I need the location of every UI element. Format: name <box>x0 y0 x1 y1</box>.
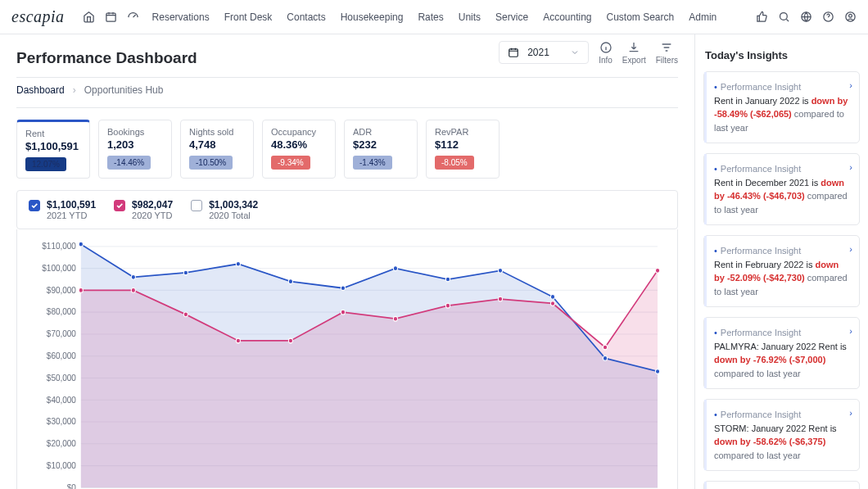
svg-point-37 <box>341 286 345 291</box>
nav-link-accounting[interactable]: Accounting <box>543 11 591 23</box>
insight-card[interactable]: › •Performance Insight Rent in December … <box>703 153 860 225</box>
calendar-icon[interactable] <box>105 11 117 23</box>
checkbox-icon[interactable] <box>191 200 202 211</box>
main-content: Performance Dashboard Dashboard › Opport… <box>0 34 694 489</box>
insight-tag: Performance Insight <box>721 246 801 256</box>
chevron-right-icon: › <box>73 84 76 96</box>
checkbox-icon[interactable] <box>29 200 40 211</box>
nav-link-units[interactable]: Units <box>459 11 481 23</box>
insight-card[interactable]: › •Performance Insight Rent in January 2… <box>703 71 860 143</box>
help-icon[interactable] <box>822 11 834 23</box>
kpi-nights-sold[interactable]: Nights sold 4,748 -10.50% <box>180 120 254 179</box>
bullet-icon: • <box>714 328 717 337</box>
year-value: 2021 <box>527 47 549 58</box>
svg-point-41 <box>550 295 554 300</box>
nav-link-reservations[interactable]: Reservations <box>152 11 210 23</box>
svg-point-35 <box>236 261 240 266</box>
home-icon[interactable] <box>83 11 95 23</box>
filter-icon <box>660 41 673 54</box>
thumbs-up-icon[interactable] <box>756 11 768 23</box>
svg-text:$10,000: $10,000 <box>47 460 76 470</box>
nav-link-rates[interactable]: Rates <box>418 11 443 23</box>
kpi-value: $112 <box>435 138 491 151</box>
filters-tool[interactable]: Filters <box>656 41 678 65</box>
nav-link-contacts[interactable]: Contacts <box>287 11 325 23</box>
kpi-adr[interactable]: ADR $232 -1.43% <box>344 120 418 179</box>
kpi-delta-badge: -1.43% <box>353 156 392 170</box>
kpi-label: ADR <box>353 127 409 137</box>
kpi-value: 1,203 <box>107 138 163 151</box>
insight-card[interactable]: › •Performance Insight PALMYRA: January … <box>703 317 860 389</box>
kpi-value: $232 <box>353 138 409 151</box>
legend-item[interactable]: $1,003,3422020 Total <box>191 199 258 220</box>
kpi-label: Rent <box>25 129 81 138</box>
legend-value: $1,100,591 <box>47 199 96 211</box>
kpi-label: Bookings <box>107 127 163 137</box>
nav-link-front-desk[interactable]: Front Desk <box>224 11 273 23</box>
crumb-dashboard[interactable]: Dashboard <box>16 84 65 96</box>
insights-panel: Today's Insights › •Performance Insight … <box>694 34 868 489</box>
download-icon <box>627 41 640 54</box>
chevron-right-icon: › <box>849 406 852 420</box>
kpi-value: 48.36% <box>271 138 327 151</box>
rent-chart: $0$10,000$20,000$30,000$40,000$50,000$60… <box>29 239 666 489</box>
gauge-icon[interactable] <box>127 11 139 23</box>
svg-point-38 <box>393 266 397 271</box>
svg-point-49 <box>341 310 345 315</box>
svg-text:$40,000: $40,000 <box>47 394 76 405</box>
kpi-delta-badge: -10.50% <box>189 156 233 170</box>
user-icon[interactable] <box>844 11 857 23</box>
svg-point-51 <box>445 303 450 308</box>
svg-point-36 <box>288 279 292 284</box>
legend-value: $982,047 <box>132 199 173 211</box>
calendar-icon <box>508 47 519 58</box>
kpi-row: Rent $1,100,591 12.07%Bookings 1,203 -14… <box>16 120 678 179</box>
info-icon <box>599 41 613 54</box>
legend-item[interactable]: $1,100,5912021 YTD <box>29 199 96 220</box>
kpi-label: Occupancy <box>271 127 327 137</box>
svg-point-5 <box>849 14 852 17</box>
legend-item[interactable]: $982,0472020 YTD <box>114 199 173 220</box>
svg-point-32 <box>79 242 83 247</box>
kpi-bookings[interactable]: Bookings 1,203 -14.46% <box>98 120 172 179</box>
svg-point-55 <box>655 268 659 273</box>
svg-point-39 <box>445 277 450 282</box>
insights-title: Today's Insights <box>705 49 860 61</box>
insight-card[interactable]: › •Performance Insight MIRKWOOD: January… <box>703 481 860 489</box>
crumb-opportunities[interactable]: Opportunities Hub <box>84 84 164 96</box>
svg-text:$30,000: $30,000 <box>47 416 76 427</box>
svg-text:$20,000: $20,000 <box>47 438 76 449</box>
kpi-occupancy[interactable]: Occupancy 48.36% -9.34% <box>262 120 336 179</box>
chevron-right-icon: › <box>849 242 852 256</box>
svg-text:$90,000: $90,000 <box>47 284 76 295</box>
info-tool[interactable]: Info <box>599 41 613 65</box>
insight-card[interactable]: › •Performance Insight Rent in February … <box>703 235 860 307</box>
legend-sublabel: 2020 YTD <box>132 211 173 220</box>
nav-link-housekeeping[interactable]: Housekeeping <box>341 11 404 23</box>
search-icon[interactable] <box>778 11 790 23</box>
svg-point-42 <box>603 356 607 361</box>
globe-icon[interactable] <box>800 11 812 23</box>
kpi-delta-badge: -14.46% <box>107 156 151 170</box>
insight-text: Rent in February 2022 is down by -52.09%… <box>714 258 851 299</box>
kpi-revpar[interactable]: RevPAR $112 -8.05% <box>426 120 500 179</box>
insight-tag: Performance Insight <box>721 82 801 92</box>
svg-text:$50,000: $50,000 <box>47 372 76 383</box>
kpi-rent[interactable]: Rent $1,100,591 12.07% <box>16 120 90 179</box>
nav-link-admin[interactable]: Admin <box>689 11 717 23</box>
kpi-value: $1,100,591 <box>25 140 81 152</box>
svg-point-52 <box>498 297 502 301</box>
year-select[interactable]: 2021 <box>499 41 589 64</box>
kpi-delta-badge: -8.05% <box>435 156 474 170</box>
svg-point-48 <box>288 338 292 343</box>
nav-link-custom-search[interactable]: Custom Search <box>607 11 675 23</box>
insight-card[interactable]: › •Performance Insight STORM: January 20… <box>703 399 860 471</box>
nav-link-service[interactable]: Service <box>495 11 528 23</box>
svg-point-33 <box>131 274 135 279</box>
svg-text:$80,000: $80,000 <box>47 306 76 317</box>
export-tool[interactable]: Export <box>622 41 646 65</box>
breadcrumb: Dashboard › Opportunities Hub <box>16 77 678 108</box>
bullet-icon: • <box>714 164 717 174</box>
checkbox-icon[interactable] <box>114 200 125 211</box>
kpi-value: 4,748 <box>189 138 245 151</box>
